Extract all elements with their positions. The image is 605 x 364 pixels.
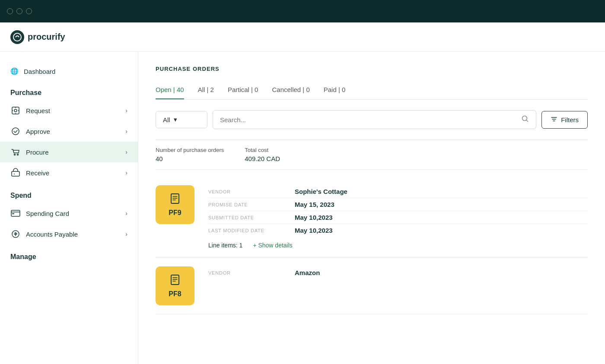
main-layout: 🌐 Dashboard Purchase Request › — [0, 52, 605, 364]
sidebar-item-spending-card[interactable]: Spending Card › — [0, 203, 138, 224]
last-modified-value: May 10,2023 — [295, 227, 333, 234]
po-document-icon — [169, 193, 181, 207]
po-badge-pf9[interactable]: PF9 — [156, 185, 194, 224]
chevron-right-icon: › — [125, 210, 127, 217]
window-dot-1[interactable] — [7, 8, 13, 14]
sidebar-item-dashboard[interactable]: 🌐 Dashboard — [0, 62, 138, 80]
vendor-label-2: VENDOR — [208, 270, 295, 275]
sidebar-group-spend: Spend — [0, 183, 138, 203]
app-header: procurify — [0, 22, 605, 52]
title-bar — [0, 0, 605, 22]
vendor-value: Sophie's Cottage — [295, 188, 347, 195]
total-cost-label: Total cost — [245, 147, 280, 153]
tabs-bar: Open | 40 All | 2 Partical | 0 Cancelled… — [156, 82, 588, 100]
promise-date-label: PROMISE DATE — [208, 202, 295, 207]
filter-select-value: All — [163, 116, 170, 123]
sidebar-item-request[interactable]: Request › — [0, 100, 138, 121]
po-submitted-date-row: SUBMITTED DATE May 10,2023 — [208, 211, 588, 224]
total-cost: Total cost 409.20 CAD — [245, 147, 280, 162]
summary-bar: Number of purchase orders 40 Total cost … — [156, 139, 588, 170]
po-count-label: Number of purchase orders — [156, 147, 224, 153]
procure-icon — [10, 147, 21, 157]
po-card-pf9: PF9 VENDOR Sophie's Cottage PROMISE DATE… — [156, 177, 588, 258]
page-title: PURCHASE ORDERS — [156, 66, 588, 72]
sidebar: 🌐 Dashboard Purchase Request › — [0, 52, 138, 364]
sidebar-item-request-label: Request — [26, 107, 120, 114]
po-info-pf9: VENDOR Sophie's Cottage PROMISE DATE May… — [208, 185, 588, 237]
svg-point-2 — [14, 109, 17, 112]
window-dot-3[interactable] — [26, 8, 32, 14]
show-details-pf9[interactable]: + Show details — [253, 242, 292, 249]
svg-point-11 — [522, 116, 527, 121]
po-count: Number of purchase orders 40 — [156, 147, 224, 162]
sidebar-item-spending-card-label: Spending Card — [26, 210, 120, 217]
svg-point-7 — [14, 174, 15, 174]
search-box[interactable] — [213, 110, 536, 129]
svg-rect-1 — [12, 107, 19, 114]
svg-rect-13 — [171, 275, 179, 285]
svg-rect-9 — [12, 213, 14, 214]
po-info-pf8: VENDOR Amazon — [208, 266, 588, 279]
tab-partial[interactable]: Partical | 0 — [228, 82, 258, 99]
globe-icon: 🌐 — [10, 67, 19, 75]
approve-icon — [10, 126, 21, 136]
filters-row: All ▾ Filters — [156, 110, 588, 129]
search-icon — [521, 115, 529, 124]
sidebar-item-approve[interactable]: Approve › — [0, 121, 138, 142]
logo-text: procurify — [28, 32, 65, 42]
po-promise-date-row: PROMISE DATE May 15, 2023 — [208, 198, 588, 211]
chevron-right-icon: › — [125, 169, 127, 176]
submitted-date-label: SUBMITTED DATE — [208, 215, 295, 220]
sidebar-item-approve-label: Approve — [26, 128, 120, 135]
chevron-right-icon: › — [125, 128, 127, 135]
filter-select[interactable]: All ▾ — [156, 111, 207, 128]
chevron-right-icon: › — [125, 231, 127, 237]
last-modified-label: LAST MODIFIED DATE — [208, 228, 295, 233]
svg-rect-6 — [12, 171, 19, 176]
chevron-right-icon: › — [125, 107, 127, 114]
receive-icon — [10, 168, 21, 178]
vendor-label: VENDOR — [208, 189, 295, 194]
svg-point-3 — [12, 128, 19, 135]
svg-point-0 — [13, 33, 21, 41]
promise-date-value: May 15, 2023 — [295, 201, 334, 208]
sidebar-item-receive-label: Receive — [26, 169, 120, 177]
window-dot-2[interactable] — [16, 8, 22, 14]
vendor-value-2: Amazon — [295, 269, 320, 276]
sidebar-group-purchase: Purchase — [0, 80, 138, 100]
dashboard-label: Dashboard — [24, 68, 55, 75]
sidebar-item-accounts-payable[interactable]: Accounts Payable › — [0, 224, 138, 244]
chevron-right-icon: › — [125, 149, 127, 155]
tab-cancelled[interactable]: Cancelled | 0 — [272, 82, 309, 99]
po-badge-pf8[interactable]: PF8 — [156, 266, 194, 305]
po-number-pf8: PF8 — [169, 290, 181, 298]
filters-button-label: Filters — [561, 116, 579, 123]
total-cost-value: 409.20 CAD — [245, 155, 280, 162]
sidebar-item-procure[interactable]: Procure › — [0, 142, 138, 162]
submitted-date-value: May 10,2023 — [295, 214, 333, 221]
po-vendor-row: VENDOR Sophie's Cottage — [208, 185, 588, 198]
tab-paid[interactable]: Paid | 0 — [324, 82, 346, 99]
tab-open[interactable]: Open | 40 — [156, 82, 184, 99]
request-icon — [10, 105, 21, 116]
po-last-modified-row: LAST MODIFIED DATE May 10,2023 — [208, 224, 588, 237]
main-content: PURCHASE ORDERS Open | 40 All | 2 Partic… — [138, 52, 605, 364]
sidebar-item-accounts-payable-label: Accounts Payable — [26, 231, 120, 238]
po-document-icon-2 — [169, 274, 181, 288]
sidebar-group-manage: Manage — [0, 244, 138, 264]
svg-point-4 — [14, 154, 16, 155]
po-count-value: 40 — [156, 155, 224, 162]
sidebar-item-receive[interactable]: Receive › — [0, 162, 138, 183]
tab-all[interactable]: All | 2 — [198, 82, 214, 99]
svg-point-5 — [17, 154, 19, 155]
sidebar-item-procure-label: Procure — [26, 149, 120, 156]
filters-button[interactable]: Filters — [541, 111, 588, 129]
po-number-pf9: PF9 — [169, 209, 181, 217]
filter-icon — [551, 116, 557, 124]
accounts-payable-icon — [10, 229, 21, 239]
line-items-pf9: Line items: 1 — [208, 242, 242, 249]
search-input[interactable] — [220, 116, 518, 123]
spending-card-icon — [10, 208, 21, 218]
svg-rect-12 — [171, 194, 179, 203]
logo-icon — [10, 30, 24, 44]
